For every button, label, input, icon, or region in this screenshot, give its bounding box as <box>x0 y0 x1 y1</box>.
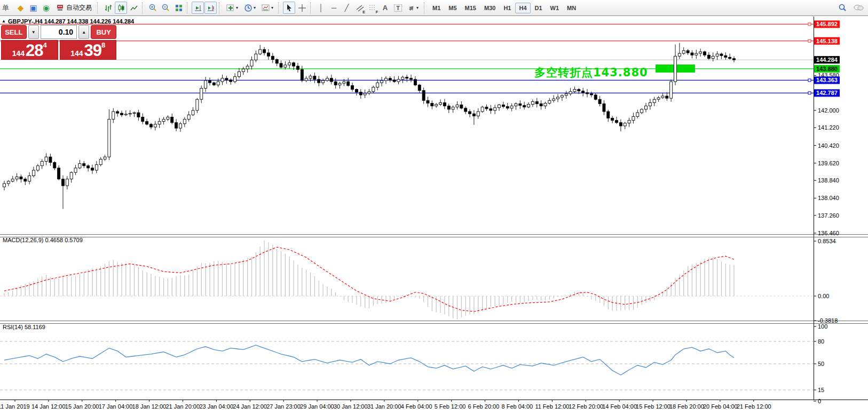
toolbar-separator <box>219 2 222 14</box>
level-handle[interactable] <box>808 79 811 82</box>
fibonacci-tool-icon[interactable]: F <box>366 2 378 14</box>
candle-body <box>732 59 735 60</box>
buy-price-box[interactable]: 144 39 8 <box>60 40 117 60</box>
chat-icon[interactable] <box>852 2 864 14</box>
price-label-text: 145.138 <box>816 38 838 44</box>
candle-body <box>280 63 282 67</box>
horizontal-line-tool-icon[interactable]: ─ <box>328 2 340 14</box>
candle-body <box>15 177 18 179</box>
sell-price-box[interactable]: 144 28 4 <box>1 40 58 60</box>
trendline-tool-icon[interactable]: ╱ <box>341 2 353 14</box>
sell-button[interactable]: SELL <box>1 25 27 39</box>
zoom-out-icon[interactable] <box>160 2 172 14</box>
zoom-in-icon[interactable] <box>147 2 159 14</box>
candle-body <box>364 93 366 95</box>
tab-timeframe-w1[interactable]: W1 <box>547 3 563 13</box>
indicators-menu-button[interactable]: ▾ <box>224 2 241 14</box>
tab-timeframe-m15[interactable]: M15 <box>461 3 480 13</box>
chart-canvas[interactable]: 145.920145.140144.360143.580142.780142.0… <box>0 0 868 415</box>
candle-body <box>611 118 614 121</box>
macd-axis-label: 0.8534 <box>818 238 836 244</box>
candle-body <box>330 78 333 82</box>
axis-tick-label: 138.040 <box>818 195 839 201</box>
time-label: 11 Feb 12:00 <box>535 403 569 410</box>
search-icon[interactable] <box>837 2 849 14</box>
candle-body <box>619 123 622 126</box>
market-watch-icon[interactable]: ◆ <box>14 2 27 14</box>
candle-body <box>384 78 387 81</box>
text-tool-icon[interactable]: A <box>379 2 391 14</box>
candle-body <box>221 78 224 82</box>
toolbar-right-group <box>837 2 866 14</box>
candle-body <box>154 124 156 127</box>
tab-timeframe-m1[interactable]: M1 <box>429 3 444 13</box>
candle-body <box>586 93 589 94</box>
candle-body <box>167 117 169 119</box>
time-label: 15 Jan 20:00 <box>65 403 99 410</box>
time-label: 20 Feb 04:00 <box>703 403 738 410</box>
tab-timeframe-m5[interactable]: M5 <box>445 3 460 13</box>
cursor-tool-icon[interactable] <box>283 2 295 14</box>
candle-body <box>481 107 484 111</box>
candle-body <box>133 113 136 113</box>
auto-scroll-icon[interactable] <box>192 2 204 14</box>
level-handle[interactable] <box>808 92 811 94</box>
volume-decrease-button[interactable]: ▼ <box>28 25 39 39</box>
level-handle[interactable] <box>808 23 811 26</box>
candle-body <box>569 92 572 94</box>
candle-body <box>485 107 488 109</box>
buy-price-big: 39 <box>84 42 101 59</box>
periods-menu-button[interactable]: ▾ <box>241 2 258 14</box>
bar-chart-icon[interactable] <box>102 2 114 14</box>
new-order-button[interactable]: 单 <box>2 2 14 14</box>
sell-price-prefix: 144 <box>12 48 25 59</box>
time-label: 30 Jan 12:00 <box>334 403 368 410</box>
candle-body <box>603 104 605 112</box>
tab-timeframe-mn[interactable]: MN <box>563 3 580 13</box>
channel-tool-icon[interactable]: E <box>353 2 366 14</box>
navigator-icon[interactable]: ▣ <box>27 2 40 14</box>
templates-menu-button[interactable]: ▾ <box>259 2 276 14</box>
buy-button[interactable]: BUY <box>91 25 116 39</box>
tile-windows-icon[interactable] <box>172 2 185 14</box>
axis-tick-label: 138.840 <box>818 177 839 183</box>
level-handle[interactable] <box>808 39 811 42</box>
signal-icon[interactable]: ◉ <box>40 2 52 14</box>
price-label-text: 142.787 <box>816 90 838 96</box>
trade-panel-controls: SELL ▼ 0.10 ▲ BUY <box>1 25 116 39</box>
tab-timeframe-d1[interactable]: D1 <box>531 3 546 13</box>
auto-trading-button[interactable]: 自动交易 <box>53 2 95 14</box>
rsi-axis-label: 50 <box>818 361 824 367</box>
arrows-tool-button[interactable]: ▾ <box>405 2 422 14</box>
candle-body <box>464 108 467 111</box>
time-label: 31 Jan 20:00 <box>367 403 401 410</box>
candle-body <box>661 96 664 98</box>
tab-timeframe-m30[interactable]: M30 <box>480 3 499 13</box>
candle-body <box>666 96 668 98</box>
candle-body <box>431 103 433 106</box>
candle-body <box>381 81 383 83</box>
volume-input[interactable]: 0.10 <box>41 25 77 39</box>
candle-body <box>158 122 161 124</box>
candle-body <box>645 106 648 109</box>
rsi-indicator-label: RSI(14) 58.1169 <box>3 324 45 330</box>
time-label: 24 Jan 12:00 <box>233 403 267 410</box>
volume-increase-button[interactable]: ▲ <box>78 25 89 39</box>
candle-body <box>456 105 459 107</box>
line-chart-icon[interactable] <box>128 2 140 14</box>
candle-body <box>309 76 312 78</box>
tab-timeframe-h4[interactable]: H4 <box>515 3 530 13</box>
text-label-tool-icon[interactable]: T <box>392 2 404 14</box>
candle-body <box>422 91 425 101</box>
tab-timeframe-h1[interactable]: H1 <box>500 3 515 13</box>
candlestick-chart-icon[interactable] <box>115 2 127 14</box>
time-label: 21 Jan 20:00 <box>166 403 200 410</box>
candle-body <box>578 90 580 91</box>
vertical-line-tool-icon[interactable]: │ <box>315 2 327 14</box>
candle-body <box>704 52 706 55</box>
candle-body <box>372 87 375 91</box>
chart-shift-icon[interactable] <box>204 2 217 14</box>
candle-body <box>296 66 299 69</box>
candle-body <box>653 99 656 102</box>
crosshair-tool-icon[interactable] <box>296 2 308 14</box>
